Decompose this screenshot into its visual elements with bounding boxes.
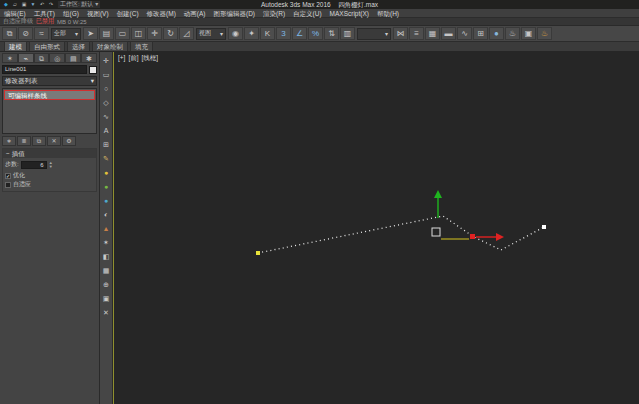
new-scene-icon[interactable]: ▱ (11, 1, 19, 8)
checkbox[interactable]: ✓ (5, 173, 11, 179)
open-file-icon[interactable]: ▣ (20, 1, 28, 8)
side-green-dot-icon[interactable]: ● (101, 180, 112, 193)
select-object-icon[interactable]: ➤ (83, 27, 98, 40)
viewport-shading-mode[interactable]: [线框] (142, 54, 159, 63)
align-icon[interactable]: ≡ (409, 27, 424, 40)
gizmo-x-arrowhead[interactable] (496, 233, 504, 241)
select-and-rotate-icon[interactable]: ↻ (163, 27, 178, 40)
select-and-move-icon[interactable]: ✛ (147, 27, 162, 40)
viewport-view-name[interactable]: [前] (128, 54, 138, 63)
keyboard-override-icon[interactable]: K (260, 27, 275, 40)
gizmo-y-arrowhead[interactable] (434, 190, 442, 198)
pin-stack-button[interactable]: ∗ (2, 136, 16, 146)
side-contrast-icon[interactable]: ◐ (101, 208, 112, 221)
tab-display[interactable]: ▤ (65, 53, 81, 63)
spline-end-vertex[interactable] (542, 225, 546, 229)
menu-item-4[interactable]: 视图(V) (83, 9, 113, 17)
menu-item-12[interactable]: 帮助(H) (373, 9, 403, 17)
bind-to-space-warp-icon[interactable]: ≈ (34, 27, 49, 40)
menu-item-1[interactable]: 编辑(E) (0, 9, 30, 17)
steps-spinner[interactable]: ▲▼ (49, 161, 53, 169)
select-and-scale-icon[interactable]: ◿ (179, 27, 194, 40)
menu-item-2[interactable]: 工具(T) (30, 9, 59, 17)
stack-row[interactable]: 可编辑样条线 (4, 90, 95, 100)
menu-item-10[interactable]: 自定义(U) (289, 9, 326, 17)
select-and-link-icon[interactable]: ⧉ (2, 27, 17, 40)
viewport[interactable]: [+][前][线框] (113, 52, 639, 404)
menu-item-3[interactable]: 组(G) (59, 9, 83, 17)
menu-item-8[interactable]: 图形编辑器(D) (210, 9, 260, 17)
side-star-icon[interactable]: ✶ (101, 236, 112, 249)
ribbon-tab-5[interactable]: 填充 (130, 41, 153, 51)
tab-motion[interactable]: ◎ (49, 53, 65, 63)
material-editor-icon[interactable]: ● (489, 27, 504, 40)
side-close-icon[interactable]: ✕ (101, 306, 112, 319)
undo-icon[interactable]: ↶ (38, 1, 46, 8)
select-and-manipulate-icon[interactable]: ✦ (244, 27, 259, 40)
selected-vertex[interactable] (470, 234, 475, 239)
unlink-selection-icon[interactable]: ⊘ (18, 27, 33, 40)
side-pen-icon[interactable]: ✎ (101, 152, 112, 165)
side-circle-icon[interactable]: ○ (101, 82, 112, 95)
side-half-icon[interactable]: ◧ (101, 250, 112, 263)
side-triangle-icon[interactable]: ▲ (101, 222, 112, 235)
render-setup-icon[interactable]: ♨ (505, 27, 520, 40)
modifier-list-dropdown[interactable]: 修改器列表▾ (2, 76, 97, 86)
schematic-view-icon[interactable]: ⊞ (473, 27, 488, 40)
tab-modify[interactable]: ⌁ (18, 53, 34, 63)
side-move-icon[interactable]: ✛ (101, 54, 112, 67)
side-plus-icon[interactable]: ⊕ (101, 278, 112, 291)
menu-item-9[interactable]: 渲染(R) (259, 9, 289, 17)
spline-first-vertex[interactable] (256, 251, 260, 255)
remove-modifier-button[interactable]: ✕ (47, 136, 61, 146)
viewport-canvas[interactable] (114, 52, 639, 404)
side-diamond-icon[interactable]: ◇ (101, 96, 112, 109)
selection-filter-dropdown[interactable]: 全部▾ (51, 28, 81, 40)
ribbon-tab-4[interactable]: 对象绘制 (92, 41, 128, 51)
ribbon-tab-1[interactable]: 建模 (4, 41, 27, 51)
render-production-icon[interactable]: ♨ (537, 27, 552, 40)
ribbon-toggle-icon[interactable]: ▬ (441, 27, 456, 40)
rollout-header[interactable]: − 插值 (3, 149, 96, 158)
select-by-name-icon[interactable]: ▤ (99, 27, 114, 40)
angle-snap-icon[interactable]: ∠ (292, 27, 307, 40)
menu-item-5[interactable]: 创建(C) (113, 9, 143, 17)
show-end-result-button[interactable]: ≣ (17, 136, 31, 146)
tab-hierarchy[interactable]: ⧉ (34, 53, 50, 63)
spline-path[interactable] (258, 216, 544, 253)
redo-icon[interactable]: ↷ (47, 1, 55, 8)
configure-modifier-sets-button[interactable]: ⚙ (62, 136, 76, 146)
workspace-dropdown[interactable]: 工作区: 默认▾ (58, 1, 100, 8)
side-curve-icon[interactable]: ∿ (101, 110, 112, 123)
ribbon-tab-3[interactable]: 选择 (67, 41, 90, 51)
reference-coordinate-dropdown[interactable]: 视图▾ (196, 28, 226, 40)
side-rectangle-icon[interactable]: ▭ (101, 68, 112, 81)
named-selection-dropdown[interactable]: ▾ (357, 28, 391, 40)
ribbon-tab-2[interactable]: 自由形式 (29, 41, 65, 51)
make-unique-button[interactable]: ⧉ (32, 136, 46, 146)
object-name-field[interactable]: Line001 (2, 65, 87, 74)
edit-named-selection-icon[interactable]: ▥ (340, 27, 355, 40)
selection-region-icon[interactable]: ▭ (115, 27, 130, 40)
steps-field[interactable]: 6 (21, 161, 47, 169)
window-crossing-icon[interactable]: ◫ (131, 27, 146, 40)
max-logo-icon[interactable]: ◆ (2, 1, 10, 8)
spinner-snap-icon[interactable]: ⇅ (324, 27, 339, 40)
menu-item-6[interactable]: 修改器(M) (143, 9, 180, 17)
curve-editor-icon[interactable]: ∿ (457, 27, 472, 40)
side-cyan-dot-icon[interactable]: ● (101, 194, 112, 207)
menu-item-11[interactable]: MAXScript(X) (326, 9, 373, 17)
side-grid-icon[interactable]: ⊞ (101, 138, 112, 151)
checkbox[interactable] (5, 182, 11, 188)
tab-create[interactable]: ✶ (2, 53, 18, 63)
save-file-icon[interactable]: ▼ (29, 1, 37, 8)
mirror-icon[interactable]: ⋈ (393, 27, 408, 40)
snap-toggle-3d-icon[interactable]: 3 (276, 27, 291, 40)
viewport-menu[interactable]: [+] (118, 54, 125, 63)
use-pivot-center-icon[interactable]: ◉ (228, 27, 243, 40)
side-yellow-dot-icon[interactable]: ● (101, 166, 112, 179)
percent-snap-icon[interactable]: % (308, 27, 323, 40)
tab-utilities[interactable]: ✱ (81, 53, 97, 63)
scene-explorer-icon[interactable]: ▦ (425, 27, 440, 40)
object-color-swatch[interactable] (89, 66, 97, 74)
